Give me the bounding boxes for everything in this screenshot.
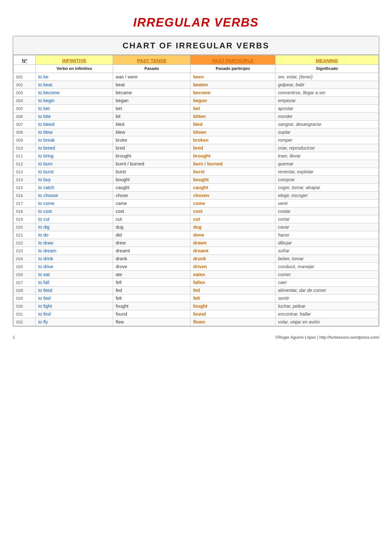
col-inf-sub: Verbo en infinitivo [36, 65, 113, 73]
table-row: 022to drawdrewdrawndibujar [14, 239, 379, 247]
cell-pp: flown [190, 318, 275, 326]
cell-infinitive: to beat [36, 81, 113, 89]
cell-meaning: conducir, manejar [275, 263, 379, 271]
cell-pp: driven [190, 263, 275, 271]
table-row: 030to fightfoughtfoughtluchar, pelear [14, 302, 379, 310]
cell-meaning: comprar [275, 176, 379, 184]
cell-meaning: golpear, batir [275, 81, 379, 89]
cell-meaning: romper [275, 136, 379, 144]
cell-meaning: morder [275, 113, 379, 120]
cell-pp: bled [190, 120, 275, 128]
table-row: 023to dreamdreamtdreamtsoñar [14, 247, 379, 255]
cell-pp: bred [190, 144, 275, 152]
cell-past: began [113, 97, 190, 105]
table-row: 013to burstburstburstreventar, explotar [14, 168, 379, 176]
cell-pp: fed [190, 287, 275, 294]
table-row: 006to bitebitbittenmorder [14, 113, 379, 120]
cell-past: fought [113, 302, 190, 310]
col-num-sub [14, 65, 36, 73]
cell-num: 031 [14, 310, 36, 318]
cell-infinitive: to bite [36, 113, 113, 120]
cell-meaning: cavar [275, 223, 379, 231]
table-row: 002to beatbeatbeatengolpear, batir [14, 81, 379, 89]
cell-past: burnt / burned [113, 160, 190, 168]
table-header-top: Nº INFINITIVE PAST TENSE PAST PARTICIPLE… [14, 55, 379, 65]
cell-past: felt [113, 294, 190, 302]
cell-pp: beaten [190, 81, 275, 89]
cell-num: 008 [14, 128, 36, 136]
cell-num: 002 [14, 81, 36, 89]
footer: 1 ©Roger Aguirre López | http://funlesso… [13, 333, 379, 340]
table-row: 025to drivedrovedrivenconducir, manejar [14, 263, 379, 271]
cell-pp: eaten [190, 271, 275, 279]
cell-num: 020 [14, 223, 36, 231]
table-row: 009to breakbrokebrokenromper [14, 136, 379, 144]
cell-past: drove [113, 263, 190, 271]
cell-num: 032 [14, 318, 36, 326]
cell-pp: come [190, 200, 275, 207]
cell-infinitive: to breed [36, 144, 113, 152]
cell-infinitive: to feed [36, 287, 113, 294]
table-row: 016to choosechosechosenelegir, escoger [14, 192, 379, 200]
cell-infinitive: to choose [36, 192, 113, 200]
cell-infinitive: to find [36, 310, 113, 318]
table-row: 029to feelfeltfeltsentir [14, 294, 379, 302]
cell-infinitive: to fall [36, 279, 113, 287]
table-row: 015to catchcaughtcaughtcoger, tomar, atr… [14, 184, 379, 192]
cell-meaning: hacer [275, 231, 379, 239]
cell-num: 026 [14, 271, 36, 279]
cell-num: 018 [14, 207, 36, 215]
cell-infinitive: to burn [36, 160, 113, 168]
cell-past: fed [113, 287, 190, 294]
table-row: 032to flyflewflownvolar, viajar en avión [14, 318, 379, 326]
table-row: 011to bringbroughtbroughttraer, llevar [14, 152, 379, 160]
cell-meaning: volar, viajar en avión [275, 318, 379, 326]
cell-infinitive: to buy [36, 176, 113, 184]
cell-infinitive: to eat [36, 271, 113, 279]
cell-past: came [113, 200, 190, 207]
cell-past: ate [113, 271, 190, 279]
cell-past: dreamt [113, 247, 190, 255]
table-header-sub: Verbo en infinitivo Pasado Pasado partic… [14, 65, 379, 73]
cell-pp: bet [190, 105, 275, 113]
col-num-header: Nº [14, 55, 36, 65]
cell-infinitive: to bet [36, 105, 113, 113]
cell-meaning: encontrar, hallar [275, 310, 379, 318]
cell-num: 009 [14, 136, 36, 144]
cell-num: 014 [14, 176, 36, 184]
cell-meaning: caer [275, 279, 379, 287]
cell-meaning: coger, tomar, atrapar [275, 184, 379, 192]
cell-past: bet [113, 105, 190, 113]
cell-meaning: cortar [275, 215, 379, 223]
chart-container: CHART OF IRREGULAR VERBS Nº INFINITIVE P… [13, 36, 379, 327]
cell-pp: bitten [190, 113, 275, 120]
cell-pp: become [190, 89, 275, 97]
table-row: 019to cutcutcutcortar [14, 215, 379, 223]
cell-past: was / were [113, 73, 190, 81]
table-row: 020to digdugdugcavar [14, 223, 379, 231]
cell-infinitive: to fly [36, 318, 113, 326]
col-past-header: PAST TENSE [113, 55, 190, 65]
cell-num: 006 [14, 113, 36, 120]
cell-past: drank [113, 255, 190, 263]
cell-pp: dreamt [190, 247, 275, 255]
cell-past: burst [113, 168, 190, 176]
cell-past: bred [113, 144, 190, 152]
cell-meaning: reventar, explotar [275, 168, 379, 176]
table-row: 031to findfoundfoundencontrar, hallar [14, 310, 379, 318]
col-mean-header: MEANING [275, 55, 379, 65]
table-row: 026to eatateeatencomer [14, 271, 379, 279]
cell-past: caught [113, 184, 190, 192]
cell-past: drew [113, 239, 190, 247]
cell-meaning: convertirse, llegar a ser [275, 89, 379, 97]
cell-infinitive: to dig [36, 223, 113, 231]
cell-pp: caught [190, 184, 275, 192]
cell-num: 025 [14, 263, 36, 271]
cell-past: bought [113, 176, 190, 184]
table-row: 027to fallfellfallencaer [14, 279, 379, 287]
cell-infinitive: to drink [36, 255, 113, 263]
cell-infinitive: to dream [36, 247, 113, 255]
cell-pp: cut [190, 215, 275, 223]
cell-meaning: sentir [275, 294, 379, 302]
cell-num: 013 [14, 168, 36, 176]
